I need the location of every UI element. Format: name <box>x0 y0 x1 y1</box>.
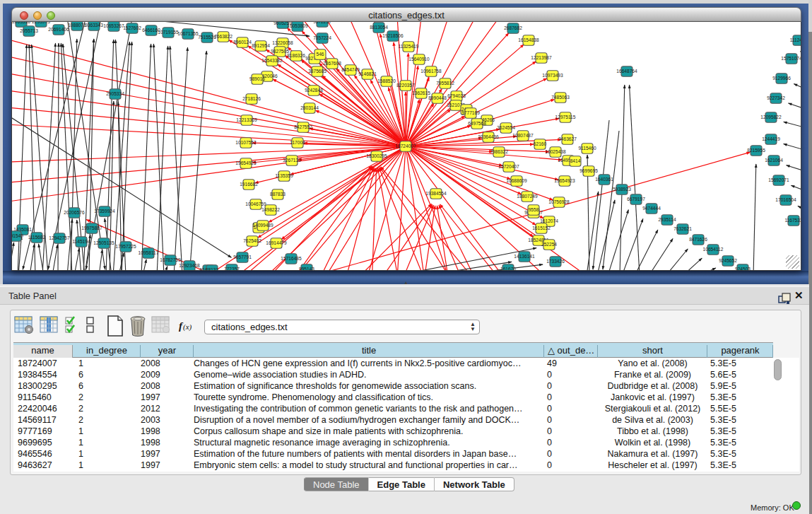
svg-text:9463627: 9463627 <box>558 136 577 141</box>
svg-text:1362615: 1362615 <box>412 90 430 95</box>
svg-text:18807249: 18807249 <box>517 194 538 199</box>
svg-text:772357: 772357 <box>224 267 240 271</box>
svg-text:8912954: 8912954 <box>252 43 270 48</box>
svg-text:391549: 391549 <box>12 233 23 238</box>
svg-text:15720407: 15720407 <box>498 164 519 169</box>
svg-text:9115460: 9115460 <box>578 146 596 151</box>
svg-text:17016504: 17016504 <box>775 197 796 202</box>
svg-text:19975887: 19975887 <box>81 226 102 230</box>
svg-text:1916682: 1916682 <box>240 182 258 187</box>
svg-text:17957225: 17957225 <box>115 244 136 249</box>
svg-text:1115682: 1115682 <box>28 235 46 240</box>
svg-text:8220357: 8220357 <box>396 83 415 88</box>
svg-text:1088071: 1088071 <box>68 23 86 28</box>
svg-text:2293973: 2293973 <box>32 22 50 24</box>
svg-text:2935114: 2935114 <box>658 217 676 222</box>
svg-text:16782759: 16782759 <box>160 257 181 262</box>
svg-text:20206576: 20206576 <box>64 210 85 215</box>
svg-text:18724007: 18724007 <box>395 144 416 148</box>
svg-text:989016: 989016 <box>249 76 265 81</box>
svg-text:2867608: 2867608 <box>323 61 341 66</box>
svg-text:8454749: 8454749 <box>341 67 360 72</box>
svg-text:8414: 8414 <box>570 158 581 163</box>
svg-text:6497568: 6497568 <box>468 121 486 126</box>
svg-text:8990448: 8990448 <box>428 95 447 100</box>
svg-text:10958117: 10958117 <box>139 250 159 255</box>
svg-text:1621064: 1621064 <box>765 158 783 163</box>
svg-text:10025438: 10025438 <box>545 149 566 154</box>
svg-text:10807487: 10807487 <box>512 133 534 138</box>
svg-text:10107552: 10107552 <box>235 140 257 145</box>
svg-text:2718126: 2718126 <box>242 96 261 101</box>
svg-text:5938923: 5938923 <box>613 187 631 192</box>
svg-text:10973493: 10973493 <box>542 73 563 78</box>
svg-text:62160: 62160 <box>534 141 547 146</box>
svg-text:1640361: 1640361 <box>595 177 613 182</box>
svg-text:9572237: 9572237 <box>313 22 331 24</box>
svg-text:8471626: 8471626 <box>689 237 707 242</box>
svg-text:9227342: 9227342 <box>767 95 785 100</box>
svg-text:2905334: 2905334 <box>106 91 124 96</box>
svg-text:1135359: 1135359 <box>275 173 293 178</box>
svg-text:9242848: 9242848 <box>305 88 323 93</box>
svg-text:9146821: 9146821 <box>358 71 377 76</box>
svg-text:9363343: 9363343 <box>85 23 103 28</box>
svg-text:2063318: 2063318 <box>12 22 30 24</box>
svg-text:1112447: 1112447 <box>790 37 801 42</box>
svg-text:1615152: 1615152 <box>532 226 551 230</box>
svg-text:19654923: 19654923 <box>554 178 575 183</box>
svg-text:9245652: 9245652 <box>719 258 737 263</box>
svg-text:16543382: 16543382 <box>261 58 283 63</box>
svg-text:10756928: 10756928 <box>548 199 570 204</box>
svg-text:9474444: 9474444 <box>642 206 661 211</box>
svg-text:7955812: 7955812 <box>436 81 454 86</box>
svg-text:10046759: 10046759 <box>245 201 266 206</box>
svg-text:15640910: 15640910 <box>408 57 430 62</box>
svg-text:7485063: 7485063 <box>551 95 570 100</box>
svg-text:12213987: 12213987 <box>531 55 552 60</box>
svg-text:10654112: 10654112 <box>703 247 724 252</box>
svg-text:9699695: 9699695 <box>579 168 598 173</box>
svg-text:8813054: 8813054 <box>370 25 388 30</box>
svg-text:15751074: 15751074 <box>781 56 801 61</box>
svg-text:9657791: 9657791 <box>233 255 252 259</box>
svg-text:2055713: 2055713 <box>20 28 38 33</box>
svg-text:16154838: 16154838 <box>518 37 539 42</box>
svg-text:9129966: 9129966 <box>772 76 791 81</box>
svg-text:10653267: 10653267 <box>103 23 124 28</box>
svg-text:117004: 117004 <box>290 140 305 145</box>
svg-text:(x): (x) <box>183 322 192 332</box>
svg-text:12975115: 12975115 <box>555 115 576 119</box>
svg-text:1527602: 1527602 <box>123 25 141 30</box>
svg-text:10671355: 10671355 <box>177 31 199 36</box>
svg-text:7625402: 7625402 <box>243 238 261 243</box>
svg-text:19384554: 19384554 <box>425 191 447 196</box>
svg-text:1145194: 1145194 <box>72 239 90 244</box>
svg-text:8427552: 8427552 <box>294 124 312 129</box>
svg-text:1733426: 1733426 <box>546 259 565 264</box>
svg-text:19654925: 19654925 <box>235 160 257 165</box>
svg-text:7632621: 7632621 <box>673 226 692 231</box>
svg-text:2687682: 2687682 <box>504 25 522 30</box>
svg-text:7857224: 7857224 <box>313 35 331 40</box>
svg-text:1167533: 1167533 <box>784 218 801 223</box>
svg-text:10961758: 10961758 <box>420 69 442 74</box>
svg-text:8960124: 8960124 <box>233 40 252 45</box>
svg-text:9777169: 9777169 <box>461 110 480 115</box>
svg-text:20691406: 20691406 <box>48 27 69 32</box>
svg-text:14136141: 14136141 <box>514 254 535 259</box>
svg-text:17359924: 17359924 <box>94 209 115 214</box>
svg-text:9558: 9558 <box>529 207 539 212</box>
svg-text:252254: 252254 <box>541 242 557 247</box>
svg-text:12942757: 12942757 <box>49 235 70 240</box>
svg-text:10688609: 10688609 <box>506 178 527 183</box>
svg-text:14099489: 14099489 <box>252 223 273 228</box>
svg-text:18300295: 18300295 <box>366 153 387 158</box>
svg-text:7663822: 7663822 <box>214 34 233 39</box>
svg-text:12095822: 12095822 <box>760 115 782 119</box>
svg-text:12923468: 12923468 <box>179 263 200 268</box>
svg-text:3267130: 3267130 <box>283 158 301 163</box>
svg-text:887833: 887833 <box>270 192 286 197</box>
svg-text:3624554: 3624554 <box>497 125 515 130</box>
svg-text:8215955: 8215955 <box>747 148 765 153</box>
